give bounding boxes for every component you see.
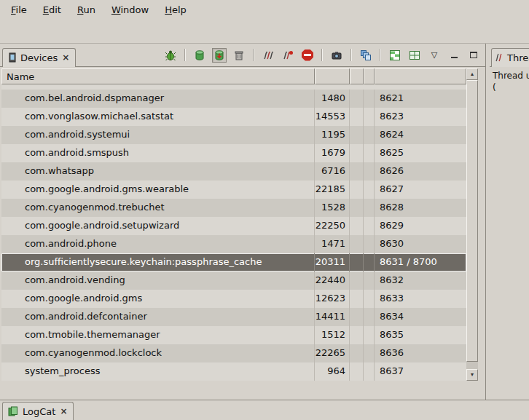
opengl-trace-icon[interactable] xyxy=(407,48,422,63)
process-row[interactable]: com.android.defcontainer144118634 xyxy=(1,308,466,326)
process-row[interactable]: com.android.systemui11958624 xyxy=(1,126,466,144)
tab-devices-label: Devices xyxy=(20,52,58,63)
systrace-icon[interactable] xyxy=(388,48,402,63)
cell-spacer xyxy=(364,144,375,162)
cell-spacer xyxy=(350,326,364,344)
dump-hprof-icon[interactable] xyxy=(212,48,227,63)
view-hierarchy-icon[interactable] xyxy=(358,48,373,63)
debug-process-icon[interactable] xyxy=(163,48,178,63)
process-port: 8637 xyxy=(375,362,466,381)
column-header-blank1[interactable] xyxy=(350,68,364,84)
minimize-icon[interactable] xyxy=(447,48,461,63)
process-row[interactable]: com.vonglasow.michael.satstat145538623 xyxy=(1,108,466,126)
scroll-up-icon[interactable]: ▴ xyxy=(466,68,478,80)
cell-spacer xyxy=(364,253,375,272)
process-name: com.whatsapp xyxy=(1,162,315,181)
process-row-partial xyxy=(1,84,466,90)
menu-file[interactable]: File xyxy=(3,2,35,17)
device-icon xyxy=(8,52,17,63)
cell-spacer xyxy=(364,326,375,344)
devices-panel: Devices × xyxy=(0,44,486,400)
process-port: 8633 xyxy=(375,290,466,308)
vertical-scroll-thumb[interactable] xyxy=(466,80,478,362)
process-row[interactable]: com.whatsapp67168626 xyxy=(1,162,466,181)
process-row[interactable]: com.android.smspush16798625 xyxy=(1,144,466,162)
column-header-name[interactable]: Name xyxy=(1,68,315,84)
devices-tabbar: Devices × xyxy=(0,45,485,67)
maximize-icon[interactable] xyxy=(466,48,481,63)
toolbar-separator xyxy=(380,49,381,61)
gc-trash-icon[interactable] xyxy=(232,48,246,63)
process-row[interactable]: com.bel.android.dspmanager14808621 xyxy=(1,90,466,108)
process-row-selected[interactable]: org.sufficientlysecure.keychain:passphra… xyxy=(1,253,466,272)
process-port: 8634 xyxy=(375,308,466,326)
cell-spacer xyxy=(364,126,375,144)
close-icon[interactable]: × xyxy=(59,406,68,416)
screenshot-camera-icon[interactable] xyxy=(329,48,344,63)
bottom-tabbar: LogCat × xyxy=(0,400,529,420)
process-row[interactable]: com.google.android.gms.wearable221858627 xyxy=(1,181,466,199)
process-pid: 1195 xyxy=(315,126,350,144)
update-heap-icon[interactable] xyxy=(192,48,207,63)
process-pid: 22440 xyxy=(315,272,350,290)
table-header: Name xyxy=(1,68,466,84)
process-row[interactable]: com.tmobile.thememanager15128635 xyxy=(1,326,466,344)
process-pid: 22250 xyxy=(315,217,350,235)
cell-spacer xyxy=(350,199,364,217)
column-header-port[interactable] xyxy=(375,68,466,84)
process-name: com.android.vending xyxy=(1,272,315,290)
process-pid: 964 xyxy=(315,362,350,381)
process-row[interactable]: com.cyanogenmod.lockclock222658636 xyxy=(1,344,466,362)
vertical-scrollbar[interactable]: ▴ ▾ xyxy=(466,68,478,381)
menu-help[interactable]: Help xyxy=(157,2,195,17)
toolbar-separator xyxy=(350,49,352,61)
process-row[interactable]: com.google.android.gms126238633 xyxy=(1,290,466,308)
update-threads-icon[interactable] xyxy=(261,48,275,63)
method-profiling-icon[interactable] xyxy=(281,48,295,63)
process-row[interactable]: system_process9648637 xyxy=(1,362,466,381)
stop-process-icon[interactable] xyxy=(300,48,315,63)
menu-edit[interactable]: Edit xyxy=(35,2,69,17)
process-pid: 20311 xyxy=(315,253,350,272)
cell-spacer xyxy=(350,290,364,308)
process-port: 8628 xyxy=(375,199,466,217)
process-pid: 14411 xyxy=(315,308,350,326)
tab-threads[interactable]: Threads xyxy=(491,48,529,67)
cell-spacer xyxy=(350,362,364,381)
process-name: com.google.android.setupwizard xyxy=(1,217,315,235)
process-row[interactable]: com.android.vending224408632 xyxy=(1,272,466,290)
process-row[interactable]: com.cyanogenmod.trebuchet15288628 xyxy=(1,199,466,217)
cell-spacer xyxy=(350,308,364,326)
scroll-down-icon[interactable]: ▾ xyxy=(466,369,478,381)
process-name: com.android.smspush xyxy=(1,144,315,162)
logcat-icon xyxy=(8,406,19,416)
process-name: org.sufficientlysecure.keychain:passphra… xyxy=(1,253,315,272)
cell-spacer xyxy=(350,272,364,290)
process-pid: 1528 xyxy=(315,199,350,217)
close-icon[interactable]: × xyxy=(61,52,70,63)
process-port: 8626 xyxy=(375,162,466,181)
toolbar-separator xyxy=(184,49,186,61)
menu-run[interactable]: Run xyxy=(69,2,103,17)
process-pid: 14553 xyxy=(315,108,350,126)
process-port: 8632 xyxy=(375,272,466,290)
main-area: Devices × xyxy=(0,44,529,400)
cell-spacer xyxy=(364,362,375,381)
cell-spacer xyxy=(350,217,364,235)
menu-window[interactable]: Window xyxy=(103,2,157,17)
process-pid: 22265 xyxy=(315,344,350,362)
column-header-blank2[interactable] xyxy=(364,68,375,84)
toolbar-separator xyxy=(321,49,323,61)
process-name: com.android.systemui xyxy=(1,126,315,144)
threads-icon xyxy=(495,52,503,63)
cell-spacer xyxy=(364,235,375,253)
process-name: com.bel.android.dspmanager xyxy=(1,90,315,108)
cell-spacer xyxy=(364,308,375,326)
tab-devices[interactable]: Devices × xyxy=(2,48,76,67)
process-row[interactable]: com.google.android.setupwizard222508629 xyxy=(1,217,466,235)
column-header-pid[interactable] xyxy=(315,68,350,84)
view-menu-icon[interactable]: ▽ xyxy=(427,48,442,63)
tab-logcat[interactable]: LogCat × xyxy=(2,402,74,420)
process-row[interactable]: com.android.phone14718630 xyxy=(1,235,466,253)
process-name: com.cyanogenmod.trebuchet xyxy=(1,199,315,217)
